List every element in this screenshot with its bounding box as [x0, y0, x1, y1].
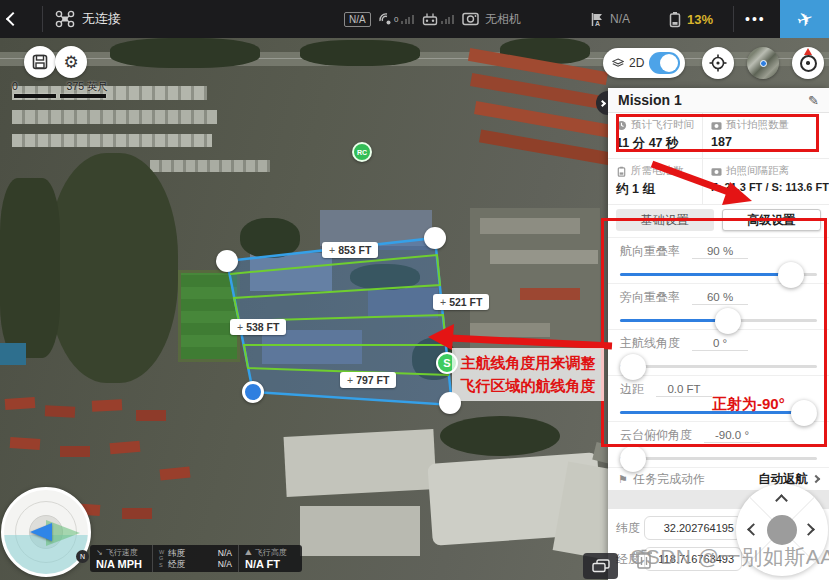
airplane-icon: ✈ — [794, 6, 816, 32]
gear-icon: ⚙ — [63, 52, 78, 72]
attitude-compass[interactable] — [1, 487, 91, 577]
divider — [42, 6, 43, 32]
mission-settings-button[interactable]: ⚙ — [55, 46, 87, 78]
edge-distance-label: +521 FT — [433, 294, 489, 310]
remote-controller-icon — [422, 12, 438, 26]
map-mode-pill[interactable]: 2D — [603, 48, 685, 78]
wgs-label: WGS — [159, 549, 166, 567]
rc-mode-group[interactable]: A N/A — [590, 0, 630, 38]
locate-me-button[interactable] — [702, 47, 734, 79]
chevron-right-icon — [812, 475, 820, 483]
battery-icon — [668, 11, 682, 28]
connection-status: 无连接 — [82, 10, 121, 28]
svg-text:A: A — [595, 19, 600, 26]
annotation-note: 主航线角度用来调整 飞行区域的航线角度 — [452, 348, 604, 401]
map-layers-button[interactable] — [583, 553, 618, 579]
vertex-handle[interactable] — [216, 250, 238, 272]
back-button[interactable] — [8, 0, 18, 38]
compass-reset-button[interactable] — [792, 47, 824, 79]
gps-count: 0 — [394, 15, 398, 24]
stat-photo-interval: 拍照间隔距离 F: 21.3 FT / S: 113.6 FT — [703, 159, 829, 205]
compass-ring-icon — [800, 55, 817, 72]
move-cross-icon: + — [329, 244, 335, 256]
annotation-rect-stats — [616, 114, 819, 152]
camera-status-group[interactable]: 无相机 — [462, 0, 521, 38]
compass-north-needle — [804, 48, 812, 55]
2d-toggle[interactable] — [649, 52, 680, 74]
mission-title: Mission 1 — [618, 92, 682, 108]
telemetry-bar: ↘飞行速度 N/A MPH WGS 纬度N/A 经度N/A ⛰飞行高度 N/A … — [90, 545, 302, 572]
camera-icon — [462, 12, 479, 26]
rc-signal[interactable] — [422, 0, 454, 38]
takeoff-button[interactable]: ✈ — [780, 0, 829, 38]
gps-status[interactable]: 0 — [378, 0, 414, 38]
map-scale-bar: 0375 英尺 — [12, 80, 108, 94]
altitude-cell: ⛰飞行高度 N/A FT — [238, 545, 300, 572]
move-cross-icon: + — [440, 296, 446, 308]
rc-mode-value: N/A — [610, 12, 630, 26]
save-icon — [32, 54, 48, 70]
camera-status: 无相机 — [485, 11, 521, 28]
nudge-up-button[interactable] — [775, 494, 788, 507]
edge-distance-label: +797 FT — [340, 372, 396, 388]
rc-location-marker: RC — [352, 142, 372, 162]
battery-percent: 13% — [687, 12, 713, 27]
save-mission-button[interactable] — [24, 46, 56, 78]
camera-icon — [711, 166, 722, 177]
battery-icon — [616, 166, 627, 177]
battery-status[interactable]: 13% — [668, 0, 713, 38]
annotation-ortho-note: 正射为-90° — [712, 395, 785, 414]
drone-icon — [55, 10, 75, 28]
aircraft-connection: 无连接 — [55, 0, 121, 38]
watermark: CSDN @一别如斯AA — [630, 543, 829, 571]
layers-icon — [612, 57, 624, 69]
move-cross-icon: + — [237, 321, 243, 333]
rc-signal-bars — [441, 15, 454, 24]
nudge-center-button[interactable] — [767, 515, 797, 545]
mission-header: Mission 1 ✎ — [608, 88, 829, 113]
crosshair-icon — [709, 54, 727, 72]
gps-signal-bars — [401, 15, 414, 24]
edge-distance-label: +853 FT — [322, 242, 378, 258]
speed-arrow-icon: ↘ — [96, 548, 103, 557]
nudge-left-button[interactable] — [747, 523, 760, 536]
aircraft-heading-arrow — [30, 523, 52, 541]
map-stack-icon — [592, 559, 610, 573]
minimap-thumbnail[interactable] — [747, 47, 779, 79]
edge-distance-label: +538 FT — [230, 319, 286, 335]
edit-mission-icon[interactable]: ✎ — [808, 93, 819, 108]
wgs-cell: WGS 纬度N/A 经度N/A — [152, 545, 238, 572]
flight-mode-badge: N/A — [344, 0, 371, 38]
more-menu-button[interactable]: ••• — [745, 0, 766, 38]
flight-mode-flag-icon: A — [590, 12, 605, 27]
gps-satellite-icon — [378, 12, 393, 27]
view-mode-label: 2D — [629, 56, 644, 70]
move-cross-icon: + — [347, 374, 353, 386]
status-bar: 无连接 N/A 0 — [0, 0, 829, 38]
divider — [733, 6, 734, 32]
vertex-handle[interactable] — [424, 227, 446, 249]
north-badge: N — [76, 550, 89, 563]
latitude-field[interactable]: 32.202764195 — [644, 516, 742, 540]
altitude-icon: ⛰ — [245, 548, 252, 558]
stat-battery-count: 所需电池数 约 1 组 — [608, 159, 703, 205]
drone-position-dot — [760, 60, 767, 67]
speed-cell: ↘飞行速度 N/A MPH — [90, 545, 152, 572]
flag-icon: ⚑ — [618, 473, 628, 486]
nudge-right-button[interactable] — [802, 523, 815, 536]
more-dots-icon: ••• — [745, 11, 766, 27]
app-screen: S RC +853 FT +521 FT +538 FT +797 FT ⚙ 0… — [0, 0, 829, 580]
slider-knob[interactable] — [620, 446, 646, 472]
vertex-handle-selected[interactable] — [242, 381, 264, 403]
